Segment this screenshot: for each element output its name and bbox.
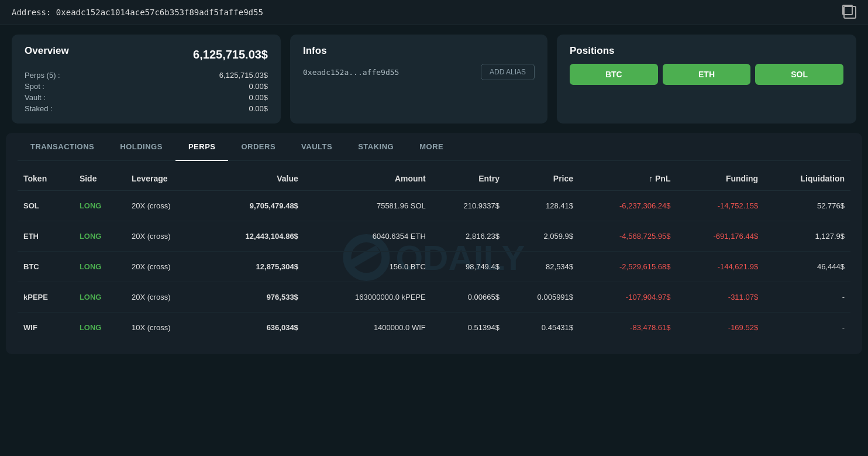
overview-title: Overview [25, 45, 69, 57]
cell-token: WIF [18, 313, 74, 343]
cell-amount: 163000000.0 kPEPE [304, 282, 432, 313]
cell-funding: -144,621.9$ [676, 252, 764, 282]
vault-value: 0.00$ [249, 93, 268, 102]
infos-address-short: 0xeadc152a...affe9d55 [303, 68, 399, 77]
perps-table: Token Side Leverage Value Amount Entry P… [18, 167, 850, 342]
table-row: kPEPE LONG 20X (cross) 976,533$ 16300000… [18, 282, 850, 313]
cell-entry: 0.00665$ [432, 282, 505, 313]
cell-price: 128.41$ [505, 191, 579, 221]
cell-price: 2,059.9$ [505, 221, 579, 252]
cell-token: BTC [18, 252, 74, 282]
table-row: SOL LONG 20X (cross) 9,705,479.48$ 75581… [18, 191, 850, 221]
perps-value: 6,125,715.03$ [219, 71, 268, 80]
cell-token: ETH [18, 221, 74, 252]
cell-entry: 210.9337$ [432, 191, 505, 221]
cell-side: LONG [74, 221, 126, 252]
cell-token: SOL [18, 191, 74, 221]
cell-leverage: 20X (cross) [126, 252, 204, 282]
table-header-row: Token Side Leverage Value Amount Entry P… [18, 167, 850, 191]
add-alias-button[interactable]: ADD ALIAS [481, 64, 535, 80]
overview-rows: Perps (5) : 6,125,715.03$ Spot : 0.00$ V… [25, 71, 268, 113]
cell-liquidation: - [764, 313, 850, 343]
cell-value: 976,533$ [204, 282, 304, 313]
positions-card: Positions BTC ETH SOL [557, 35, 856, 124]
cell-price: 82,534$ [505, 252, 579, 282]
cell-pnl: -6,237,306.24$ [579, 191, 676, 221]
cell-funding: -311.07$ [676, 282, 764, 313]
col-liquidation: Liquidation [764, 167, 850, 191]
col-entry: Entry [432, 167, 505, 191]
tab-more[interactable]: MORE [407, 133, 456, 160]
col-price: Price [505, 167, 579, 191]
positions-eth-button[interactable]: ETH [663, 64, 751, 85]
cell-price: 0.005991$ [505, 282, 579, 313]
tab-perps[interactable]: PERPS [175, 133, 229, 160]
cell-leverage: 20X (cross) [126, 282, 204, 313]
col-token: Token [18, 167, 74, 191]
cell-side: LONG [74, 282, 126, 313]
cell-entry: 98,749.4$ [432, 252, 505, 282]
tab-staking[interactable]: STAKING [345, 133, 407, 160]
table-section: ODAILY Token Side Leverage Value Amount … [6, 161, 862, 354]
cell-funding: -691,176.44$ [676, 221, 764, 252]
tab-holdings[interactable]: HOLDINGS [107, 133, 175, 160]
cell-side: LONG [74, 191, 126, 221]
cell-value: 9,705,479.48$ [204, 191, 304, 221]
tabs-row: TRANSACTIONS HOLDINGS PERPS ORDERS VAULT… [18, 133, 850, 161]
infos-card: Infos 0xeadc152a...affe9d55 ADD ALIAS [290, 35, 547, 124]
table-row: ETH LONG 20X (cross) 12,443,104.86$ 6040… [18, 221, 850, 252]
cell-price: 0.45431$ [505, 313, 579, 343]
cell-funding: -169.52$ [676, 313, 764, 343]
cell-entry: 2,816.23$ [432, 221, 505, 252]
cell-side: LONG [74, 252, 126, 282]
cell-liquidation: 46,444$ [764, 252, 850, 282]
overview-card: Overview 6,125,715.03$ Perps (5) : 6,125… [12, 35, 281, 124]
overview-total: 6,125,715.03$ [193, 48, 268, 61]
tab-orders[interactable]: ORDERS [228, 133, 288, 160]
cell-leverage: 20X (cross) [126, 191, 204, 221]
tab-vaults[interactable]: VAULTS [288, 133, 345, 160]
col-side: Side [74, 167, 126, 191]
perps-label: Perps (5) : [25, 71, 60, 80]
copy-icon[interactable] [843, 6, 856, 19]
staked-value: 0.00$ [249, 104, 268, 113]
table-row: BTC LONG 20X (cross) 12,875,304$ 156.0 B… [18, 252, 850, 282]
cell-value: 12,443,104.86$ [204, 221, 304, 252]
cell-funding: -14,752.15$ [676, 191, 764, 221]
table-body: SOL LONG 20X (cross) 9,705,479.48$ 75581… [18, 191, 850, 343]
wallet-address: Address: 0xeadc152ac1014ace57c6b353f89ad… [12, 8, 263, 17]
spot-value: 0.00$ [249, 82, 268, 91]
top-bar: Address: 0xeadc152ac1014ace57c6b353f89ad… [0, 0, 868, 25]
cell-amount: 6040.6354 ETH [304, 221, 432, 252]
overview-row-vault: Vault : 0.00$ [25, 93, 268, 102]
table-row: WIF LONG 10X (cross) 636,034$ 1400000.0 … [18, 313, 850, 343]
infos-title: Infos [303, 45, 535, 57]
staked-label: Staked : [25, 104, 53, 113]
cell-entry: 0.51394$ [432, 313, 505, 343]
cell-pnl: -83,478.61$ [579, 313, 676, 343]
col-funding: Funding [676, 167, 764, 191]
cell-liquidation: 52.776$ [764, 191, 850, 221]
cell-value: 636,034$ [204, 313, 304, 343]
col-pnl[interactable]: ↑ PnL [579, 167, 676, 191]
positions-sol-button[interactable]: SOL [755, 64, 843, 85]
overview-row-perps: Perps (5) : 6,125,715.03$ [25, 71, 268, 80]
cell-pnl: -107,904.97$ [579, 282, 676, 313]
cell-amount: 75581.96 SOL [304, 191, 432, 221]
tabs-section: TRANSACTIONS HOLDINGS PERPS ORDERS VAULT… [6, 133, 862, 161]
cards-section: Overview 6,125,715.03$ Perps (5) : 6,125… [0, 25, 868, 133]
positions-title: Positions [570, 45, 843, 57]
cell-pnl: -2,529,615.68$ [579, 252, 676, 282]
cell-leverage: 10X (cross) [126, 313, 204, 343]
cell-liquidation: - [764, 282, 850, 313]
positions-btc-button[interactable]: BTC [570, 64, 658, 85]
col-leverage: Leverage [126, 167, 204, 191]
cell-liquidation: 1,127.9$ [764, 221, 850, 252]
overview-row-staked: Staked : 0.00$ [25, 104, 268, 113]
tab-transactions[interactable]: TRANSACTIONS [18, 133, 107, 160]
overview-row-spot: Spot : 0.00$ [25, 82, 268, 91]
infos-address-row: 0xeadc152a...affe9d55 ADD ALIAS [303, 64, 535, 80]
cell-amount: 156.0 BTC [304, 252, 432, 282]
cell-value: 12,875,304$ [204, 252, 304, 282]
col-value: Value [204, 167, 304, 191]
